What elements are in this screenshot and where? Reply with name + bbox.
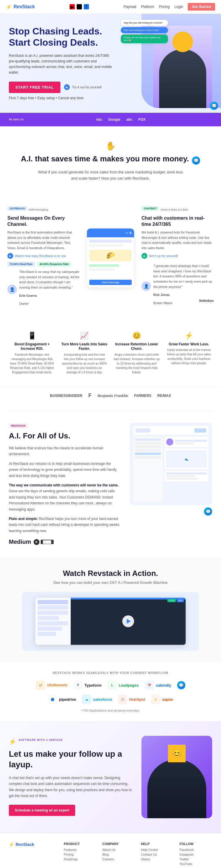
typeform-icon: T [73, 680, 83, 690]
nav-payload[interactable]: Payload [123, 5, 136, 9]
brand-icon: ⚡ [6, 4, 12, 10]
ai-all-visual: 👟 💬 [130, 423, 212, 516]
medium-logo[interactable]: Medium ▶ ████ [9, 538, 121, 545]
messenger-bubble-int[interactable]: 💬 [177, 681, 185, 689]
footer-item-careers[interactable]: Careers [102, 858, 135, 861]
typeform-label: Typeform [85, 683, 102, 687]
feat-desc-1: Incorporating bots and live chat into yo… [61, 352, 108, 374]
clickfunnels-icon: cf [36, 680, 45, 690]
footer-list-2: Help Center Contact Us Status [141, 848, 173, 861]
integrations-row-2: 🔵 pipedrive ☁ salesforce ⬡ HubSpot ⚡ zap… [9, 694, 212, 704]
person-head: 😊 [168, 745, 186, 762]
integration-clickfunnels: cf clickfunnels [36, 680, 67, 690]
ai-all-p2: At RevStack our mission is to help small… [9, 461, 121, 479]
feature-badge-sub-2: Smart & More & & Bots [161, 208, 188, 211]
video-play-button[interactable] [122, 615, 134, 627]
feat-item-2: 😊 Increase Retention Lower Churn. Angry … [113, 332, 160, 374]
pipedrive-label: pipedrive [59, 697, 76, 702]
vm-row-2: 👟 [164, 448, 209, 470]
stat-2: 40-50% Response Rate [37, 262, 71, 267]
partner-2: Benjamin Franklin [98, 393, 128, 398]
messenger-bubble-ai2[interactable]: 💬 [204, 507, 212, 516]
demo-play[interactable]: ▶ Try it out for yourself [64, 84, 102, 90]
medium-label: Medium [9, 538, 31, 545]
nav-logo[interactable]: ⚡ RevStack [6, 4, 35, 10]
medium-play: ▶ ████ [34, 539, 54, 545]
footer-item-status[interactable]: Status [141, 858, 173, 861]
video-inner: LIVE HD [35, 598, 186, 645]
footer-item-facebook[interactable]: Facebook [179, 848, 212, 851]
feat-desc-2: Angry customers churn (and write bad rev… [113, 352, 160, 374]
integration-leadpages: L Leadpages [108, 680, 139, 690]
footer-item-blog[interactable]: Blog [102, 853, 135, 856]
feature-visual: 🌮 Send Message [84, 202, 137, 314]
footer-item-youtube[interactable]: YouTube [179, 862, 212, 866]
feat-icon-0: 📱 [9, 332, 55, 340]
footer-item-pricing[interactable]: Pricing [64, 853, 96, 856]
feat-desc-0: Facebook Messenger, text messaging and M… [9, 352, 55, 374]
footer-item-roadmap[interactable]: Roadmap [64, 858, 96, 861]
integration-zapier: ⚡ zapier [151, 694, 173, 704]
zapier-label: zapier [162, 697, 173, 702]
vm-sidebar [133, 437, 163, 501]
saas-badge: SOFTWARE WITH A SERVICE [19, 739, 63, 741]
saas-headline: Let us make your follow up a layup. [9, 749, 133, 770]
footer-item-about[interactable]: About Us [102, 848, 135, 851]
feat-desc-3: Easily automate all of the manual follow… [166, 348, 213, 365]
pipedrive-icon: 🔵 [48, 694, 57, 704]
testimonial-text-1: "RevStack is so easy that my salespeople… [19, 270, 80, 290]
video-container: LIVE HD [22, 592, 199, 651]
hero-headline: Stop Chasing Leads. Start Closing Deals. [9, 26, 112, 48]
hubspot-icon: ⬡ [118, 694, 127, 704]
footer-item-contact[interactable]: Contact Us [141, 853, 173, 856]
chat-bubbles: Hey! Are you still looking for a home? Y… [121, 20, 168, 44]
vm-row-3 [164, 471, 209, 482]
testimonial-company-2: Broker Miami [153, 301, 172, 306]
watch-link-2[interactable]: ▶ Set it up for yourself [141, 253, 214, 259]
stat-1: 70-90% Read Rate [7, 262, 35, 267]
nav-platform[interactable]: Platform [141, 5, 155, 9]
ai-all-p3: The way we communicate with customers wi… [9, 482, 121, 512]
testimonial-1: 👤 "RevStack is so easy that my salespeop… [7, 270, 80, 309]
clickfunnels-label: clickfunnels [47, 683, 67, 687]
messenger-bubble-ai[interactable]: 💬 [192, 156, 200, 164]
start-trial-button[interactable]: START FREE TRIAL [9, 82, 60, 93]
feat-title-3: Grow Faster Work Less. [166, 342, 213, 347]
partner-0: BUSINESSINSIDER [50, 394, 83, 398]
get-started-button[interactable]: Get Started [188, 3, 215, 10]
hero-description: RevStack is an A.I. powered sales assist… [9, 53, 112, 76]
hero-content: Stop Chasing Leads. Start Closing Deals.… [9, 26, 112, 101]
ai-all-badge: REVSTACK [9, 424, 28, 428]
watch-link-1[interactable]: ▶ Watch how easy RevStack is to use [7, 253, 80, 259]
footer-item-help[interactable]: Help Center [141, 848, 173, 851]
chat-bubble-1: Hey! Are you still looking for a home? [121, 20, 168, 26]
footer-col-title-0: PRODUCT [64, 842, 96, 846]
music-icon[interactable]: ♪ [77, 4, 82, 9]
demo-label: Try it out for yourself [72, 85, 102, 89]
footer-col-product: PRODUCT Features Pricing Roadmap [64, 842, 96, 867]
testimonial-author-2: Rob Jonas [153, 292, 172, 298]
footer-item-twitter[interactable]: Twitter [179, 858, 212, 861]
video-sidebar [35, 598, 71, 645]
demo-play-icon: ▶ [64, 84, 70, 90]
footer-brand-icon: ⚡ [9, 842, 14, 847]
nav-pricing[interactable]: Pricing [159, 5, 170, 9]
nav-login[interactable]: Login [174, 5, 183, 9]
youtube-icon[interactable]: ▶ [70, 4, 75, 9]
person-body [147, 760, 206, 818]
trusted-bar: As seen on nbc Google abc FOX [0, 113, 221, 126]
footer-item-instagram[interactable]: Instagram [179, 853, 212, 856]
footer-item-features[interactable]: Features [64, 848, 96, 851]
footer-col-title-2: HELP [141, 842, 173, 846]
salesforce-icon: ☁ [82, 694, 91, 704]
video-badge-1: LIVE [167, 599, 176, 602]
schedule-button[interactable]: Schedule a meeting w/ an expert [9, 805, 75, 816]
ai-all-p1: We believe that science has the means to… [9, 445, 121, 457]
testimonial-text-2: "I generate more drawings than I could h… [153, 264, 214, 289]
watch-description: See how you can build your own 24/7 A.I … [9, 580, 212, 585]
facebook-icon[interactable]: f [84, 4, 89, 9]
integration-calendly: 📅 calendly [145, 680, 171, 690]
person-card: 😊 [141, 736, 212, 818]
nav-social: ▶ ♪ f [70, 4, 89, 9]
messenger-bubble-hero[interactable]: 💬 [210, 101, 218, 110]
